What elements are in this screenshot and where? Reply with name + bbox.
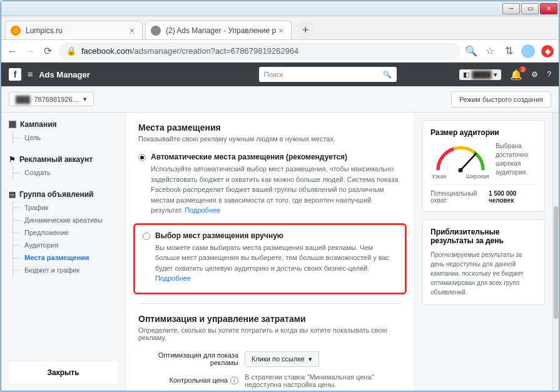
- section-title-placements: Места размещения: [138, 123, 402, 133]
- flag-icon: [9, 155, 16, 164]
- card-title: Размер аудитории: [430, 128, 537, 137]
- placement-option-manual[interactable]: Выбор мест размещения вручную: [143, 231, 397, 240]
- delivery-optimization-label: Оптимизация для показа рекламы: [138, 351, 238, 366]
- search-input[interactable]: Поиск 🔍: [259, 67, 397, 82]
- nav-item-audience[interactable]: Аудитория: [13, 239, 125, 251]
- close-tab-icon[interactable]: ×: [127, 26, 137, 36]
- main-content: Места размещения Показывайте свою реклам…: [125, 113, 415, 391]
- profile-avatar[interactable]: [521, 44, 535, 58]
- quick-creation-button[interactable]: Режим быстрого создания: [451, 91, 551, 108]
- extension-icon[interactable]: ⇅: [502, 45, 515, 58]
- nav-section-adset[interactable]: ▤Группа объявлений: [9, 190, 125, 199]
- lock-icon: 🔒: [66, 46, 76, 56]
- section-subtitle: Определите, сколько вы хотите потратить …: [138, 326, 402, 341]
- checkbox-icon: [9, 121, 16, 128]
- notif-badge: 2: [519, 66, 526, 73]
- gauge-icon: [432, 142, 489, 173]
- scrollbar[interactable]: [552, 113, 559, 391]
- address-bar[interactable]: 🔒 facebook.com/adsmanager/creation?act=6…: [59, 43, 460, 60]
- option-label: Выбор мест размещения вручную: [155, 231, 283, 240]
- radio-icon[interactable]: [138, 154, 146, 161]
- audience-summary: Выбрана достаточно широкая аудитория.: [496, 142, 537, 179]
- nav-item-traffic[interactable]: Трафик: [13, 201, 125, 214]
- window-minimize-button[interactable]: ─: [502, 3, 520, 14]
- radio-icon[interactable]: [143, 233, 150, 240]
- menu-icon[interactable]: ≡: [28, 69, 33, 79]
- window-close-button[interactable]: ✕: [540, 3, 557, 14]
- browser-toolbar: ← → ⟳ 🔒 facebook.com/adsmanager/creation…: [1, 40, 559, 63]
- svg-point-1: [458, 168, 462, 173]
- info-icon[interactable]: i: [230, 376, 238, 384]
- account-switcher[interactable]: ◧ ████ ▾: [459, 69, 501, 80]
- daily-results-card: Приблизительные результаты за день Прогн…: [422, 219, 545, 305]
- tab-title: Lumpics.ru: [26, 26, 63, 35]
- right-sidebar: Размер аудитории УзкаяШирок: [415, 113, 552, 391]
- card-description: Прогнозируемые результаты за день недост…: [430, 250, 537, 297]
- favicon-icon: [151, 26, 161, 36]
- browser-tabs: Lumpics.ru × (2) Ads Manager - Управлени…: [1, 16, 559, 40]
- highlighted-option: Выбор мест размещения вручную Вы можете …: [133, 223, 407, 294]
- search-placeholder: Поиск: [264, 71, 283, 78]
- account-id: 7876981926…: [34, 96, 79, 103]
- tab-title: (2) Ads Manager - Управление р: [166, 26, 276, 35]
- divider: [138, 303, 402, 304]
- nav-section-campaign[interactable]: Кампания: [9, 120, 125, 129]
- close-button[interactable]: Закрыть: [9, 362, 118, 383]
- reach-value: 1 500 000 человек: [489, 190, 537, 204]
- search-icon: 🔍: [383, 71, 392, 79]
- nav-item-budget-schedule[interactable]: Бюджет и график: [13, 264, 125, 276]
- svg-line-0: [461, 153, 476, 170]
- scrollbar-thumb[interactable]: [554, 206, 558, 319]
- sub-header: ███ 7876981926… ▾ Режим быстрого создани…: [1, 86, 559, 113]
- delivery-optimization-dropdown[interactable]: Клики по ссылке ▾: [245, 351, 319, 367]
- tab-lumpics[interactable]: Lumpics.ru ×: [5, 21, 143, 39]
- back-button[interactable]: ←: [6, 45, 19, 58]
- left-nav: Кампания Цель Рекламный аккаунт Создать …: [1, 113, 125, 391]
- card-title: Приблизительные результаты за день: [430, 228, 537, 245]
- section-subtitle: Показывайте свою рекламу нужным людям в …: [138, 135, 402, 143]
- nav-item-create[interactable]: Создать: [13, 166, 125, 179]
- learn-more-link[interactable]: Подробнее: [155, 274, 191, 282]
- nav-item-dynamic-creatives[interactable]: Динамические креативы: [13, 214, 125, 226]
- window-titlebar: ─ ▭ ✕: [1, 1, 559, 16]
- nav-section-adaccount[interactable]: Рекламный аккаунт: [9, 155, 125, 164]
- option-description: Вы можете сами выбирать места размещения…: [155, 243, 397, 284]
- option-description: Используйте автоматический выбор мест ра…: [151, 164, 402, 216]
- star-icon[interactable]: ☆: [484, 45, 496, 58]
- close-tab-icon[interactable]: ×: [276, 26, 286, 36]
- settings-icon[interactable]: ⚙: [531, 70, 538, 79]
- new-tab-button[interactable]: +: [297, 21, 314, 39]
- product-title: Ads Manager: [39, 70, 90, 79]
- facebook-logo-icon[interactable]: f: [9, 68, 21, 81]
- nav-item-offer[interactable]: Предложение: [13, 226, 125, 239]
- favicon-icon: [11, 26, 21, 36]
- url-domain: facebook.com: [81, 46, 132, 56]
- control-price-description: В стратегии ставок "Минимальная цена" не…: [245, 373, 382, 388]
- reload-button[interactable]: ⟳: [41, 45, 54, 58]
- forward-button[interactable]: →: [24, 45, 36, 58]
- ad-account-selector[interactable]: ███ 7876981926… ▾: [9, 92, 94, 106]
- option-label: Автоматические места размещения (рекомен…: [151, 153, 347, 161]
- search-icon[interactable]: 🔍: [465, 45, 477, 58]
- audience-size-card: Размер аудитории УзкаяШирок: [422, 120, 545, 212]
- reach-label: Потенциальный охват:: [430, 190, 489, 204]
- placement-option-auto[interactable]: Автоматические места размещения (рекомен…: [138, 153, 402, 161]
- help-icon[interactable]: ?: [547, 70, 551, 79]
- nav-item-placements[interactable]: Места размещения: [13, 251, 125, 264]
- notifications-icon[interactable]: 🔔2: [510, 69, 522, 81]
- tab-ads-manager[interactable]: (2) Ads Manager - Управление р ×: [145, 21, 292, 39]
- url-path: /adsmanager/creation?act=678679819262964: [132, 46, 298, 56]
- list-icon: ▤: [9, 190, 16, 199]
- extension-badge-icon[interactable]: ◆: [541, 45, 554, 58]
- facebook-header: f ≡ Ads Manager Поиск 🔍 ◧ ████ ▾ 🔔2 ⚙ ?: [1, 63, 559, 86]
- section-title-optimization: Оптимизация и управление затратами: [138, 314, 402, 324]
- window-maximize-button[interactable]: ▭: [521, 3, 539, 14]
- learn-more-link[interactable]: Подробнее: [185, 206, 220, 214]
- nav-item-goal[interactable]: Цель: [13, 131, 125, 144]
- control-price-label: Контрольная ценаi: [138, 376, 238, 385]
